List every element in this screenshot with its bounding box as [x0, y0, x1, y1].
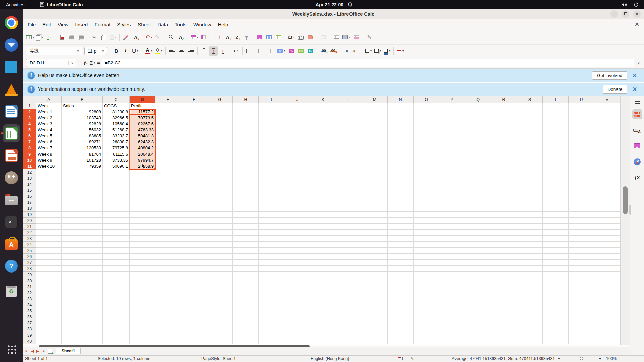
cell-A5[interactable]: Week 4 [36, 127, 62, 133]
cell-F13[interactable] [181, 175, 207, 181]
cell-O39[interactable] [414, 332, 439, 338]
cell-L31[interactable] [336, 284, 362, 290]
cell-A24[interactable] [36, 242, 62, 248]
cell-H17[interactable] [233, 199, 259, 205]
cell-H33[interactable] [233, 296, 259, 302]
cell-N2[interactable] [388, 109, 414, 115]
cell-N36[interactable] [388, 314, 414, 320]
cell-O35[interactable] [414, 308, 439, 314]
cell-F27[interactable] [181, 260, 207, 266]
cell-U17[interactable] [569, 199, 594, 205]
cell-J8[interactable] [284, 145, 310, 151]
cell-D26[interactable] [130, 254, 155, 260]
cell-B1[interactable]: Sales [62, 103, 103, 109]
cell-A30[interactable] [36, 278, 62, 284]
cell-N18[interactable] [388, 205, 414, 212]
cell-M34[interactable] [362, 302, 388, 308]
zoom-out-icon[interactable]: − [558, 356, 560, 362]
cell-B16[interactable] [62, 193, 103, 199]
cell-A19[interactable] [36, 212, 62, 218]
cell-O3[interactable] [414, 115, 439, 121]
split-window-button[interactable] [352, 33, 361, 42]
cell-G15[interactable] [207, 187, 233, 193]
column-header-R[interactable]: R [491, 96, 517, 103]
column-header-V[interactable]: V [594, 96, 620, 103]
cell-O10[interactable] [414, 157, 439, 163]
cell-B21[interactable] [62, 224, 103, 230]
cell-C40[interactable] [103, 338, 130, 344]
cell-B37[interactable] [62, 320, 103, 326]
cell-N37[interactable] [388, 320, 414, 326]
cell-L20[interactable] [336, 218, 362, 224]
merge-cells-button[interactable] [254, 46, 263, 56]
column-header-S[interactable]: S [517, 96, 543, 103]
cell-G19[interactable] [207, 212, 233, 218]
cell-B4[interactable]: 92828 [62, 121, 103, 127]
cell-O24[interactable] [414, 242, 439, 248]
cell-B25[interactable] [62, 248, 103, 254]
cell-R40[interactable] [491, 338, 517, 344]
activities-button[interactable]: Activities [0, 0, 31, 9]
cell-A35[interactable] [36, 308, 62, 314]
cell-A14[interactable] [36, 181, 62, 187]
cell-O18[interactable] [414, 205, 439, 212]
cell-U28[interactable] [569, 266, 594, 272]
cell-I37[interactable] [259, 320, 284, 326]
cell-M37[interactable] [362, 320, 388, 326]
cell-C8[interactable]: 79725.8 [103, 145, 130, 151]
cell-D10[interactable]: 97994.7 [130, 157, 155, 163]
cell-M19[interactable] [362, 212, 388, 218]
column-header-T[interactable]: T [543, 96, 569, 103]
cell-I12[interactable] [259, 169, 284, 175]
row-header-4[interactable]: 4 [23, 121, 36, 127]
cell-F16[interactable] [181, 193, 207, 199]
cell-K36[interactable] [310, 314, 336, 320]
last-sheet-icon[interactable]: ⇥ [41, 349, 44, 353]
cell-K23[interactable] [310, 236, 336, 242]
cell-Q9[interactable] [465, 151, 491, 157]
dock-gimp-icon[interactable] [0, 167, 23, 189]
cell-A7[interactable]: Week 6 [36, 139, 62, 145]
cell-T35[interactable] [543, 308, 569, 314]
cell-E6[interactable] [155, 133, 181, 139]
cell-J13[interactable] [284, 175, 310, 181]
cell-N34[interactable] [388, 302, 414, 308]
cell-D14[interactable] [130, 181, 155, 187]
cell-E9[interactable] [155, 151, 181, 157]
cell-E1[interactable] [155, 103, 181, 109]
cell-S16[interactable] [517, 193, 543, 199]
cell-D33[interactable] [130, 296, 155, 302]
zoom-slider-knob[interactable] [580, 357, 583, 360]
cell-U22[interactable] [569, 230, 594, 236]
cell-F6[interactable] [181, 133, 207, 139]
menu-format[interactable]: Format [91, 20, 114, 29]
cell-U5[interactable] [569, 127, 594, 133]
cell-F1[interactable] [181, 103, 207, 109]
pivot-table-button[interactable] [274, 33, 283, 42]
cell-G37[interactable] [207, 320, 233, 326]
dock-files-icon[interactable] [0, 189, 23, 211]
cell-G23[interactable] [207, 236, 233, 242]
cell-D7[interactable]: 62432.3 [130, 139, 155, 145]
cell-A8[interactable]: Week 7 [36, 145, 62, 151]
cell-T12[interactable] [543, 169, 569, 175]
cell-R17[interactable] [491, 199, 517, 205]
cell-I21[interactable] [259, 224, 284, 230]
cell-R28[interactable] [491, 266, 517, 272]
cell-I2[interactable] [259, 109, 284, 115]
cell-J7[interactable] [284, 139, 310, 145]
cell-I4[interactable] [259, 121, 284, 127]
cell-F24[interactable] [181, 242, 207, 248]
merge-and-center-button[interactable] [245, 46, 253, 56]
cell-I27[interactable] [259, 260, 284, 266]
cell-R10[interactable] [491, 157, 517, 163]
average-sum-status[interactable]: Average: 47041.1513935431; Sum: 470411.5… [452, 356, 555, 362]
cell-K33[interactable] [310, 296, 336, 302]
cell-P40[interactable] [439, 338, 465, 344]
cell-V37[interactable] [594, 320, 620, 326]
print-preview-button[interactable] [77, 33, 86, 42]
cell-V14[interactable] [594, 181, 620, 187]
cell-R31[interactable] [491, 284, 517, 290]
cell-B6[interactable]: 83685 [62, 133, 103, 139]
cell-M40[interactable] [362, 338, 388, 344]
